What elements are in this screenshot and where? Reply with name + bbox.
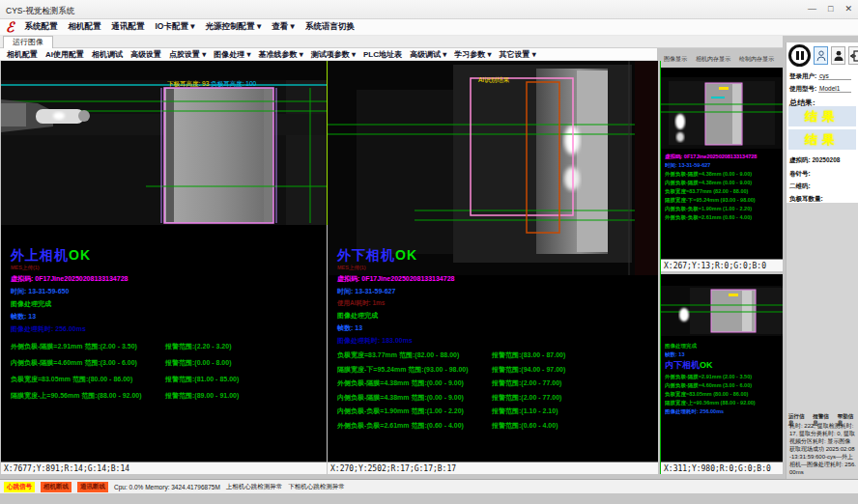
small-measurement: 隔膜宽度-下=95.24mm (93.00 - 98.00) <box>665 196 781 205</box>
result-box-1: 结果 <box>788 106 856 126</box>
camera-image-middle <box>328 61 658 275</box>
tool-other-settings[interactable]: 其它设置 ▾ <box>500 49 536 60</box>
measurement-text: 内侧负极-隔膜=4.38mm 范围:(0.00 - 9.00) <box>337 393 492 403</box>
alarm-range-text: 报警范围:(94.00 - 97.00) <box>492 365 565 375</box>
tool-test-params[interactable]: 测试项参数 ▾ <box>311 49 356 60</box>
tab-run-image[interactable]: 运行图像 <box>3 36 53 48</box>
left-camera-title: 外上相机 <box>11 247 69 263</box>
menu-io-config[interactable]: IO卡配置 ▾ <box>155 21 194 33</box>
operator-button[interactable] <box>831 46 845 65</box>
measurement-text: 外侧负极-负极=2.61mm 范围:(0.60 - 4.00) <box>337 421 492 431</box>
left-measurements: 外侧负极-隔膜=2.91mm 范围:(2.00 - 3.50) 报警范围:(2.… <box>11 342 325 401</box>
measurement-text: 隔膜宽度-上=90.56mm 范围:(88.00 - 92.00) <box>11 391 165 401</box>
measurement-text: 内侧负极-隔膜=4.60mm 范围:(3.00 - 6.00) <box>11 358 165 368</box>
viewport-lower-outer-camera[interactable]: AI识别结果 外下相机OK MES上传(1) 虚拟码: 0F17Jine2025… <box>328 61 658 474</box>
small-process-done: 图像处理完成 <box>665 342 781 350</box>
virtual-code-field: 虚拟码: 20250208 <box>789 156 840 165</box>
measurement-row: 内侧负极-负极=1.90mm 范围:(1.00 - 2.20) 报警范围:(1.… <box>337 406 661 416</box>
menu-language-switch[interactable]: 系统语言切换 <box>305 21 355 33</box>
model-field: 使用型号: Model1 <box>789 85 851 94</box>
alarm-range-text: 报警范围:(0.00 - 8.00) <box>165 358 231 368</box>
alarm-range-text: 报警范围:(81.00 - 85.00) <box>165 375 239 384</box>
lower-camera-warning: 下相机心跳检测异常 <box>288 483 345 491</box>
measurement-text: 外侧负极-隔膜=2.91mm 范围:(2.00 - 3.50) <box>11 342 165 351</box>
top-right-coordinate-bar: X:267;Y:13;R:0;G:0;B:0 <box>661 259 783 271</box>
tool-camera-config[interactable]: 相机配置 <box>7 49 38 60</box>
menu-camera-config[interactable]: 相机配置 <box>68 21 100 33</box>
alarm-range-text: 报警范围:(2.00 - 77.00) <box>492 378 561 388</box>
left-camera-ok: OK <box>69 247 91 263</box>
small-camera-ok: OK <box>700 360 713 370</box>
model-input[interactable]: Model1 <box>818 85 851 93</box>
small-measurement: 外侧负极-负极=2.61mm (0.60 - 4.00) <box>665 213 781 222</box>
operator-icon <box>834 50 844 62</box>
ai-result-overlay: AI识别结果 <box>478 76 509 85</box>
bottom-right-result-rows: 图像处理完成 帧数: 13 内下相机OK 外侧负极-隔膜=2.91mm (2.0… <box>665 342 781 416</box>
small-measurement: 隔膜宽度-上=90.56mm (88.00 - 92.00) <box>665 399 781 407</box>
pause-button[interactable] <box>788 44 811 67</box>
left-barcode: 虚拟码: 0F17Jine20250208133134728 <box>11 274 325 284</box>
alarm-range-text: 报警范围:(1.10 - 2.10) <box>492 406 558 416</box>
left-coordinate-bar: X:7677;Y:891;R:14;G:14;B:14 <box>1 462 327 474</box>
tool-learning-params[interactable]: 学习参数 ▾ <box>454 49 491 60</box>
tool-ai-config[interactable]: AI使用配置 <box>45 49 84 60</box>
mode-draw-memory[interactable]: 绘制内存显示 <box>739 55 774 64</box>
small-measurement: 内侧负极-隔膜=4.60mm (3.00 - 6.00) <box>665 381 781 390</box>
middle-coordinate-bar: X:270;Y:2502;R:17;G:17;B:17 <box>328 462 658 474</box>
small-time: 时间: 13-31-59-627 <box>665 161 781 170</box>
right-sidebar: 登录用户: cys 使用型号: Model1 总结果: 结果 结果 虚拟码: 2… <box>786 42 858 479</box>
close-button[interactable]: ✕ <box>844 4 852 14</box>
viewport-inner-lower-camera[interactable]: 图像处理完成 帧数: 13 内下相机OK 外侧负极-隔膜=2.91mm (2.0… <box>661 274 783 474</box>
login-user-label: 登录用户: <box>789 72 816 79</box>
viewport-inner-upper-camera[interactable]: 虚拟码: 0F17Jine20250208133134728 时间: 13-31… <box>661 68 783 271</box>
comm-disconnect-badge: 通讯断线 <box>77 482 108 492</box>
virtual-code-value: 20250208 <box>812 156 840 163</box>
middle-measurements: 负极宽度=83.77mm 范围:(82.00 - 88.00) 报警范围:(83… <box>337 350 661 431</box>
middle-frame-count: 帧数: 13 <box>337 323 661 333</box>
small-elapsed: 图像处理耗时: 256.00ms <box>665 407 781 416</box>
measurement-row: 外侧负极-隔膜=2.91mm 范围:(2.00 - 3.50) 报警范围:(2.… <box>11 342 325 351</box>
qr-code-label: 二维码: <box>789 182 811 191</box>
tool-image-processing[interactable]: 图像处理 ▾ <box>214 49 250 60</box>
small-measurement: 负极宽度=83.77mm (82.00 - 88.00) <box>665 187 781 196</box>
tool-plc-address[interactable]: PLC地址表 <box>363 49 402 60</box>
camera-image-top-right <box>661 77 783 149</box>
middle-mes-status: MES上传(1) <box>337 265 661 271</box>
login-user-input[interactable]: cys <box>818 72 851 80</box>
menu-system-config[interactable]: 系统配置 <box>24 21 57 33</box>
exit-button[interactable] <box>848 46 858 65</box>
middle-result-block: 外下相机OK MES上传(1) 虚拟码: 0F17Jine20250208133… <box>337 246 661 434</box>
tool-baseline-params[interactable]: 基准线参数 ▾ <box>259 49 303 60</box>
alarm-range-text: 报警范围:(83.00 - 87.00) <box>492 350 565 360</box>
mode-camera-memory[interactable]: 相机内存显示 <box>696 55 730 64</box>
maximize-button[interactable]: □ <box>828 4 833 14</box>
tab-strip: 运行图像 <box>0 36 783 48</box>
anode-tab-height-label: 负极耳高度: 100 <box>211 80 256 87</box>
measurement-row: 隔膜宽度-下=95.24mm 范围:(93.00 - 98.00) 报警范围:(… <box>337 365 661 375</box>
heartbeat-badge: 心跳信号 <box>4 482 35 492</box>
pause-icon <box>801 51 804 60</box>
mode-image-display[interactable]: 图像显示 <box>664 55 687 64</box>
logout-icon <box>850 50 858 62</box>
tool-advanced-debug[interactable]: 高级调试 ▾ <box>410 49 446 60</box>
tool-advanced-settings[interactable]: 高级设置 <box>130 49 161 60</box>
tool-camera-debug[interactable]: 相机调试 <box>92 49 123 60</box>
alarm-range-text: 报警范围:(2.20 - 3.20) <box>165 342 231 351</box>
alarm-range-text: 报警范围:(89.00 - 91.00) <box>165 391 239 401</box>
run-log-text: 耗时: 222, 提取检测耗时: 17, 提取分类耗时: 0, 提取视频分区耗时… <box>789 422 856 476</box>
measurement-row: 负极宽度=83.77mm 范围:(82.00 - 88.00) 报警范围:(83… <box>337 350 661 360</box>
middle-barcode: 虚拟码: 0F17Jine20250208133134728 <box>337 274 661 284</box>
login-user-button[interactable] <box>814 46 828 65</box>
small-camera-title: 内下相机 <box>665 360 700 370</box>
window-controls: — □ ✕ <box>808 4 852 14</box>
tool-glue-settings[interactable]: 点胶设置 ▾ <box>169 49 206 60</box>
measurement-text: 内侧负极-负极=1.90mm 范围:(1.00 - 2.20) <box>337 406 492 416</box>
minimize-button[interactable]: — <box>808 4 816 14</box>
viewport-upper-outer-camera[interactable]: 下极耳高度: 93 负极耳高度: 100 外上相机OK MES上传(1) 虚拟码… <box>1 61 327 474</box>
user-icon <box>816 50 826 62</box>
menu-light-config[interactable]: 光源控制配置 ▾ <box>206 21 262 33</box>
menu-view[interactable]: 查看 ▾ <box>272 21 295 33</box>
small-frame-count: 帧数: 13 <box>665 350 781 359</box>
measurement-text: 外侧负极-隔膜=4.38mm 范围:(0.00 - 9.00) <box>337 378 492 388</box>
menu-comm-config[interactable]: 通讯配置 <box>111 21 144 33</box>
